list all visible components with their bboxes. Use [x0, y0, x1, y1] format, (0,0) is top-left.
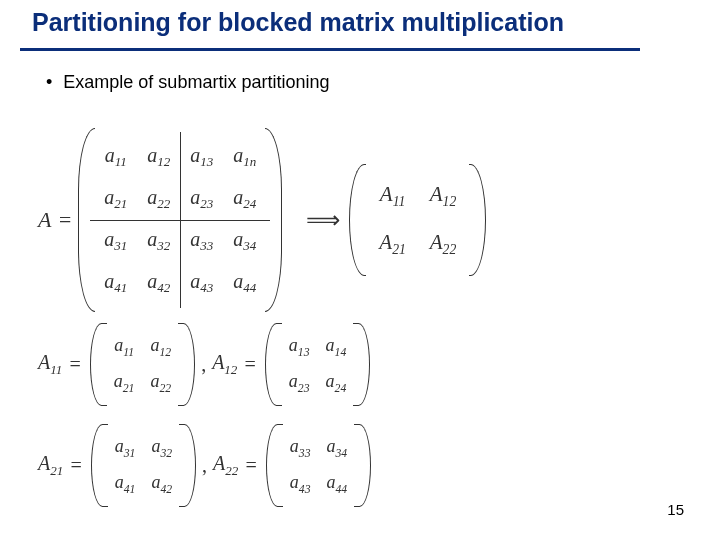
paren-left-icon: [266, 424, 283, 507]
math-content: A = a11 a12 a13 a1n a21 a22: [38, 135, 486, 507]
comma: ,: [201, 353, 206, 376]
submatrix-A21: a31 a32 a41 a42: [91, 424, 196, 507]
paren-right-icon: [178, 323, 195, 406]
paren-right-icon: [179, 424, 196, 507]
submatrix-A12: a13 a14 a23 a24: [265, 323, 370, 406]
lhs-A: A: [38, 207, 51, 233]
definition-row-2: A21 = a31 a32 a41 a42 , A22 =: [38, 424, 486, 507]
implies-arrow: ⟹: [306, 206, 337, 234]
equals-sign-1: =: [57, 207, 72, 233]
block-matrix-grid: A11 A12 A21 A22: [367, 172, 468, 268]
horizontal-partition-line: [90, 220, 270, 221]
definition-row-1: A11 = a11 a12 a21 a22 , A12 =: [38, 323, 486, 406]
paren-right-icon: [353, 323, 370, 406]
arrow-icon: ⟹: [306, 206, 337, 234]
paren-left-icon: [349, 164, 366, 276]
title-underline: [20, 48, 640, 51]
submatrix-A11: a11 a12 a21 a22: [90, 323, 195, 406]
comma: ,: [202, 454, 207, 477]
bullet-line: • Example of submartix partitioning: [46, 72, 329, 93]
paren-left-icon: [91, 424, 108, 507]
slide-title: Partitioning for blocked matrix multipli…: [32, 8, 564, 37]
bullet-icon: •: [46, 72, 52, 93]
paren-left-icon: [90, 323, 107, 406]
paren-right-icon: [469, 164, 486, 276]
equation-row-1: A = a11 a12 a13 a1n a21 a22: [38, 135, 486, 305]
paren-right-icon: [354, 424, 371, 507]
slide: Partitioning for blocked matrix multipli…: [0, 0, 720, 540]
submatrix-A22: a33 a34 a43 a44: [266, 424, 371, 507]
big-4x4-matrix: a11 a12 a13 a1n a21 a22 a23 a24 a31 a32: [78, 128, 282, 312]
page-number: 15: [667, 501, 684, 518]
block-2x2-matrix: A11 A12 A21 A22: [349, 164, 486, 276]
paren-left-icon: [265, 323, 282, 406]
bullet-text: Example of submartix partitioning: [63, 72, 329, 92]
